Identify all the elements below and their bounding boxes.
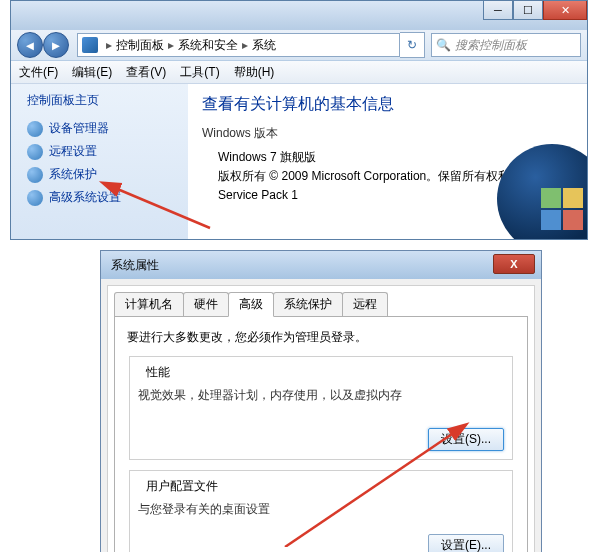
settings-button-profile[interactable]: 设置(E)...: [428, 534, 504, 552]
navbar: ◄ ► ▸ 控制面板 ▸ 系统和安全 ▸ 系统 ↻ 🔍 搜索控制面板: [11, 29, 587, 61]
group-performance: 性能 视觉效果，处理器计划，内存使用，以及虚拟内存 设置(S)...: [129, 356, 513, 460]
sidebar-title[interactable]: 控制面板主页: [23, 92, 188, 109]
titlebar: ─ ☐ ✕: [11, 1, 587, 29]
sidebar-item-label: 远程设置: [49, 143, 97, 160]
tab-computer-name[interactable]: 计算机名: [114, 292, 184, 316]
group-title: 性能: [142, 364, 174, 381]
tab-strip: 计算机名 硬件 高级 系统保护 远程: [108, 286, 534, 316]
sidebar-item-remote[interactable]: 远程设置: [23, 140, 188, 163]
address-bar[interactable]: ▸ 控制面板 ▸ 系统和安全 ▸ 系统: [77, 33, 400, 57]
admin-note: 要进行大多数更改，您必须作为管理员登录。: [127, 329, 515, 346]
group-user-profile: 用户配置文件 与您登录有关的桌面设置 设置(E)...: [129, 470, 513, 552]
dialog-title: 系统属性: [111, 257, 159, 274]
maximize-button[interactable]: ☐: [513, 1, 543, 20]
shield-icon: [27, 167, 43, 183]
shield-icon: [27, 190, 43, 206]
group-title: 用户配置文件: [142, 478, 222, 495]
sidebar-item-label: 高级系统设置: [49, 189, 121, 206]
menu-file[interactable]: 文件(F): [19, 64, 58, 81]
window-buttons: ─ ☐ ✕: [483, 1, 587, 20]
search-placeholder: 搜索控制面板: [455, 37, 527, 54]
system-properties-dialog: 系统属性 X 计算机名 硬件 高级 系统保护 远程 要进行大多数更改，您必须作为…: [100, 250, 542, 552]
sidebar-item-protection[interactable]: 系统保护: [23, 163, 188, 186]
close-button[interactable]: ✕: [543, 1, 587, 20]
menu-tools[interactable]: 工具(T): [180, 64, 219, 81]
shield-icon: [27, 144, 43, 160]
refresh-button[interactable]: ↻: [400, 32, 425, 58]
menu-view[interactable]: 查看(V): [126, 64, 166, 81]
breadcrumb-mid[interactable]: 系统和安全: [178, 37, 238, 54]
dialog-close-button[interactable]: X: [493, 254, 535, 274]
tab-remote[interactable]: 远程: [342, 292, 388, 316]
tab-advanced[interactable]: 高级: [228, 292, 274, 317]
page-heading: 查看有关计算机的基本信息: [202, 94, 573, 115]
minimize-button[interactable]: ─: [483, 1, 513, 20]
settings-button-performance[interactable]: 设置(S)...: [428, 428, 504, 451]
shield-icon: [27, 121, 43, 137]
sidebar: 控制面板主页 设备管理器 远程设置 系统保护 高级系统设置: [11, 84, 188, 239]
group-desc: 视觉效果，处理器计划，内存使用，以及虚拟内存: [138, 387, 504, 404]
group-desc: 与您登录有关的桌面设置: [138, 501, 504, 518]
sidebar-item-device-manager[interactable]: 设备管理器: [23, 117, 188, 140]
sidebar-item-label: 设备管理器: [49, 120, 109, 137]
breadcrumb-leaf[interactable]: 系统: [252, 37, 276, 54]
breadcrumb-root[interactable]: 控制面板: [116, 37, 164, 54]
back-button[interactable]: ◄: [17, 32, 43, 58]
sidebar-item-label: 系统保护: [49, 166, 97, 183]
sidebar-item-advanced[interactable]: 高级系统设置: [23, 186, 188, 209]
menubar: 文件(F) 编辑(E) 查看(V) 工具(T) 帮助(H): [11, 61, 587, 84]
forward-button[interactable]: ►: [43, 32, 69, 58]
search-input[interactable]: 🔍 搜索控制面板: [431, 33, 581, 57]
search-icon: 🔍: [436, 38, 451, 52]
tab-panel-advanced: 要进行大多数更改，您必须作为管理员登录。 性能 视觉效果，处理器计划，内存使用，…: [114, 316, 528, 552]
control-panel-icon: [82, 37, 98, 53]
dialog-titlebar: 系统属性 X: [101, 251, 541, 279]
main-panel: 查看有关计算机的基本信息 Windows 版本 Windows 7 旗舰版 版权…: [188, 84, 587, 239]
system-window: ─ ☐ ✕ ◄ ► ▸ 控制面板 ▸ 系统和安全 ▸ 系统 ↻ 🔍 搜索控制面板: [10, 0, 588, 240]
section-label: Windows 版本: [202, 125, 573, 142]
menu-help[interactable]: 帮助(H): [234, 64, 275, 81]
tab-hardware[interactable]: 硬件: [183, 292, 229, 316]
menu-edit[interactable]: 编辑(E): [72, 64, 112, 81]
tab-protection[interactable]: 系统保护: [273, 292, 343, 316]
